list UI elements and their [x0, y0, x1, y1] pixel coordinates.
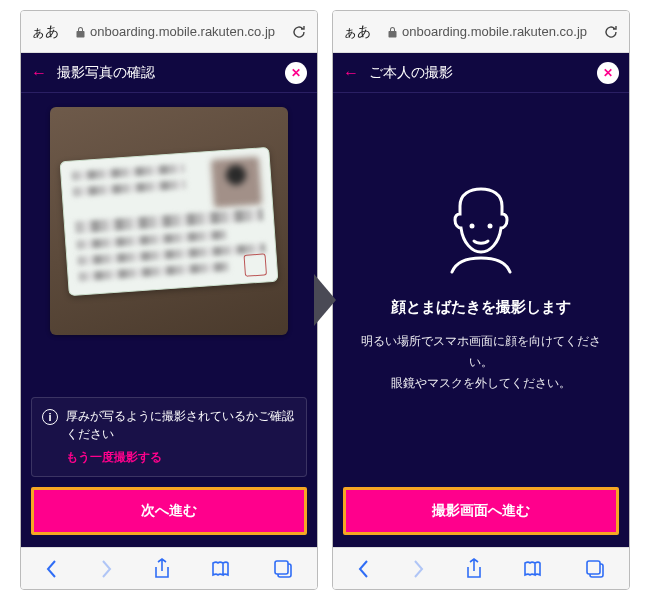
flow-arrow-icon — [314, 274, 336, 326]
safari-toolbar — [21, 547, 317, 589]
bookmarks-icon[interactable] — [211, 560, 233, 578]
page-header: ← ご本人の撮影 — [333, 53, 629, 93]
phone-screen-2: ぁあ onboarding.mobile.rakuten.co.jp ← ご本人… — [332, 10, 630, 590]
instruction-sub2: 眼鏡やマスクを外してください。 — [391, 373, 571, 394]
nav-back-icon[interactable] — [45, 559, 59, 579]
info-icon: i — [42, 409, 58, 425]
back-arrow-icon[interactable]: ← — [31, 64, 47, 82]
nav-forward-icon[interactable] — [99, 559, 113, 579]
svg-rect-5 — [587, 561, 600, 574]
page-title: ご本人の撮影 — [369, 64, 453, 82]
next-button[interactable]: 次へ進む — [31, 487, 307, 535]
text-size-control[interactable]: ぁあ — [343, 23, 371, 41]
instruction-sub1: 明るい場所でスマホ画面に顔を向けてください。 — [357, 331, 605, 372]
url-display[interactable]: onboarding.mobile.rakuten.co.jp — [67, 24, 283, 39]
content-area: 顔とまばたきを撮影します 明るい場所でスマホ画面に顔を向けてください。 眼鏡やマ… — [333, 93, 629, 547]
hint-box: i 厚みが写るように撮影されているかご確認ください もう一度撮影する — [31, 397, 307, 477]
text-size-control[interactable]: ぁあ — [31, 23, 59, 41]
bookmarks-icon[interactable] — [523, 560, 545, 578]
nav-back-icon[interactable] — [357, 559, 371, 579]
face-outline-icon — [442, 186, 520, 274]
close-icon[interactable] — [285, 62, 307, 84]
id-card-mock — [60, 146, 279, 295]
safari-address-bar: ぁあ onboarding.mobile.rakuten.co.jp — [333, 11, 629, 53]
tabs-icon[interactable] — [585, 559, 605, 579]
instruction-headline: 顔とまばたきを撮影します — [391, 298, 571, 317]
tabs-icon[interactable] — [273, 559, 293, 579]
reload-icon[interactable] — [603, 24, 619, 40]
retake-link[interactable]: もう一度撮影する — [66, 449, 296, 466]
lock-icon — [75, 26, 86, 38]
reload-icon[interactable] — [291, 24, 307, 40]
url-display[interactable]: onboarding.mobile.rakuten.co.jp — [379, 24, 595, 39]
nav-forward-icon[interactable] — [411, 559, 425, 579]
phone-screen-1: ぁあ onboarding.mobile.rakuten.co.jp ← 撮影写… — [20, 10, 318, 590]
page-header: ← 撮影写真の確認 — [21, 53, 317, 93]
lock-icon — [387, 26, 398, 38]
share-icon[interactable] — [153, 558, 171, 580]
hint-text: 厚みが写るように撮影されているかご確認ください — [66, 410, 294, 439]
proceed-button[interactable]: 撮影画面へ進む — [343, 487, 619, 535]
safari-toolbar — [333, 547, 629, 589]
svg-point-2 — [470, 224, 475, 229]
url-text: onboarding.mobile.rakuten.co.jp — [402, 24, 587, 39]
share-icon[interactable] — [465, 558, 483, 580]
content-area: i 厚みが写るように撮影されているかご確認ください もう一度撮影する 次へ進む — [21, 93, 317, 547]
back-arrow-icon[interactable]: ← — [343, 64, 359, 82]
page-title: 撮影写真の確認 — [57, 64, 155, 82]
close-icon[interactable] — [597, 62, 619, 84]
safari-address-bar: ぁあ onboarding.mobile.rakuten.co.jp — [21, 11, 317, 53]
svg-rect-1 — [275, 561, 288, 574]
url-text: onboarding.mobile.rakuten.co.jp — [90, 24, 275, 39]
svg-point-3 — [488, 224, 493, 229]
captured-photo-preview — [50, 107, 288, 335]
